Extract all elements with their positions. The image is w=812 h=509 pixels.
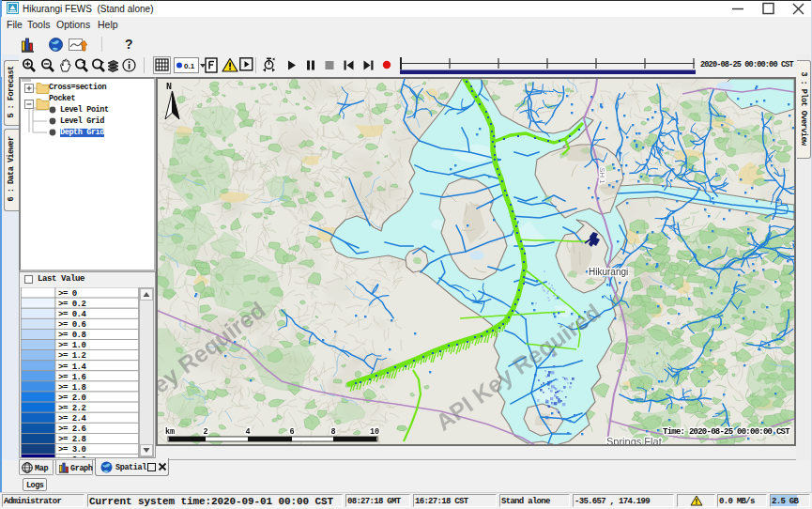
svg-text:>= 0: >= 0 [58,289,77,299]
svg-text:6: 6 [289,427,294,437]
svg-text:0.1: 0.1 [184,62,195,70]
svg-text:>= 1.8: >= 1.8 [58,383,86,393]
svg-text:10: 10 [370,427,379,437]
svg-text:km: km [165,427,175,437]
svg-text:>= 1.4: >= 1.4 [58,362,87,372]
svg-text:>= 3.2: >= 3.2 [58,455,86,457]
svg-text:>= 0.6: >= 0.6 [58,320,86,330]
svg-text:>= 1.0: >= 1.0 [58,341,86,350]
svg-text:>= 0.8: >= 0.8 [58,331,86,340]
svg-text:>= 1.6: >= 1.6 [58,373,86,382]
svg-text:4: 4 [245,427,250,437]
svg-text:Hikurangi: Hikurangi [589,267,628,277]
svg-text:SH 1: SH 1 [598,167,606,184]
svg-text:>= 0.4: >= 0.4 [58,310,87,319]
svg-text:>= 2.6: >= 2.6 [58,424,86,434]
svg-text:N: N [166,82,172,92]
svg-text:Time: 2020-08-25 00:00:00 CST: Time: 2020-08-25 00:00:00 CST [663,427,790,437]
svg-text:Springs Flat: Springs Flat [606,436,662,444]
svg-text:>= 2.8: >= 2.8 [58,435,86,444]
svg-text:2: 2 [203,427,207,437]
svg-text:>= 3.0: >= 3.0 [58,445,86,455]
svg-text:>= 0.2: >= 0.2 [58,300,86,309]
svg-text:>= 2.2: >= 2.2 [58,404,86,413]
svg-text:>= 2.0: >= 2.0 [58,393,86,403]
svg-text:>= 1.2: >= 1.2 [58,351,86,361]
svg-text:8: 8 [330,427,335,437]
svg-text:>= 2.4: >= 2.4 [58,414,87,424]
